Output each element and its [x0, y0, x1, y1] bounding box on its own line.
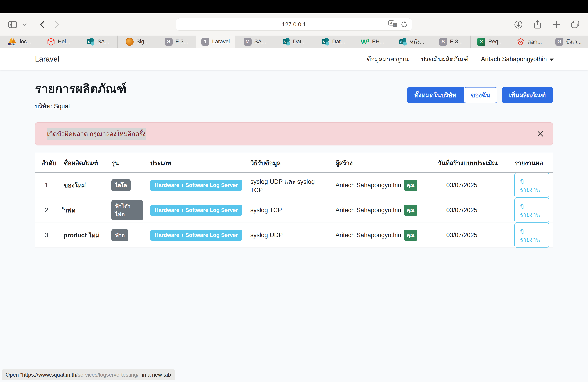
- product-name: ของใหม่: [60, 173, 108, 198]
- close-icon[interactable]: [537, 131, 544, 137]
- header-index: ลำดับ: [35, 153, 60, 173]
- menu-bar: [0, 0, 588, 13]
- model-badge: ไดไ๊ด: [111, 179, 131, 191]
- url-text: 127.0.0.1: [282, 21, 306, 28]
- tab-overview-icon[interactable]: [571, 20, 580, 29]
- forward-icon[interactable]: [54, 20, 60, 29]
- filter-all-button[interactable]: ทั้งหมดในบริษัท: [407, 87, 463, 103]
- header-model: รุ่น: [108, 153, 147, 173]
- sidebar-toggle-icon[interactable]: [8, 20, 17, 29]
- seal-icon: [126, 38, 134, 46]
- share-icon[interactable]: [533, 20, 542, 29]
- type-badge: Hardware + Software Log Server: [150, 230, 242, 241]
- tab-sharepoint-thai[interactable]: S หนัง...: [392, 36, 431, 48]
- tab-f3-2[interactable]: S F-3...: [431, 36, 471, 48]
- error-alert-message: เกิดข้อผิดพลาด กรุณาลองใหม่อีกครั้ง: [47, 128, 146, 140]
- product-table: ลำดับ ชื่อผลิตภัณฑ์ รุ่น ประเภท วิธีรับข…: [35, 153, 553, 248]
- svg-text:S: S: [283, 40, 286, 44]
- header-creator: ผู้สร้าง: [332, 153, 434, 173]
- sharepoint-icon: S: [282, 38, 290, 46]
- product-name: product ใหม่: [60, 223, 108, 248]
- date-cell: 03/07/2025: [434, 173, 511, 198]
- model-badge: ฟำอ: [111, 229, 128, 241]
- header-name: ชื่อผลิตภัณฑ์: [60, 153, 108, 173]
- translate-icon[interactable]: Ax: [388, 20, 398, 29]
- header-date: วันที่สร้างแบบประเมิณ: [434, 153, 511, 173]
- tab-laravel-help[interactable]: Hel...: [39, 36, 78, 48]
- tab-sig[interactable]: Sig...: [118, 36, 157, 48]
- sharepoint-icon: S: [399, 38, 407, 46]
- svg-text:S: S: [323, 40, 325, 44]
- tab-w3schools[interactable]: W3 PH...: [353, 36, 392, 48]
- address-bar[interactable]: 127.0.0.1 Ax: [176, 18, 412, 31]
- status-link-path: /services/logservertesting/: [76, 372, 139, 378]
- browser-toolbar: 127.0.0.1 Ax: [0, 13, 588, 36]
- sidebar-chevron-down-icon[interactable]: [22, 23, 27, 26]
- method-cell: syslog TCP: [247, 198, 332, 223]
- chevron-down-icon: [550, 58, 554, 61]
- company-label: บริษัท: Squat: [35, 101, 126, 111]
- toolbar-separator: [32, 20, 32, 29]
- tab-excel-req[interactable]: X Req...: [471, 36, 510, 48]
- reload-icon[interactable]: [400, 20, 408, 28]
- table-header-row: ลำดับ ชื่อผลิตภัณฑ์ รุ่น ประเภท วิธีรับข…: [35, 153, 553, 173]
- new-tab-icon[interactable]: [552, 20, 560, 29]
- nav-standard-data[interactable]: ข้อมูลมาตรฐาน: [367, 54, 409, 64]
- tab-dat-1[interactable]: S Dat...: [274, 36, 314, 48]
- product-table-card: ลำดับ ชื่อผลิตภัณฑ์ รุ่น ประเภท วิธีรับข…: [35, 153, 553, 248]
- stacked-diamonds-icon: [517, 38, 525, 46]
- letter-badge-icon: M: [244, 38, 252, 46]
- tab-sharepoint-sa[interactable]: S SA...: [78, 36, 118, 48]
- table-row: 2 ําฟด ฟ้าไดำไฟด Hardware + Software Log…: [35, 198, 553, 223]
- tab-dat-2[interactable]: S Dat...: [314, 36, 353, 48]
- add-product-button[interactable]: เพิ่มผลิตภัณฑ์: [502, 87, 553, 103]
- tab-localhost[interactable]: PMA loc...: [0, 36, 39, 48]
- table-row: 1 ของใหม่ ไดไ๊ด Hardware + Software Log …: [35, 173, 553, 198]
- type-badge: Hardware + Software Log Server: [150, 205, 242, 216]
- view-report-button[interactable]: ดูรายงาน: [514, 198, 549, 223]
- header-type: ประเภท: [147, 153, 247, 173]
- svg-text:x: x: [394, 24, 396, 27]
- error-alert: เกิดข้อผิดพลาด กรุณาลองใหม่อีกครั้ง: [35, 122, 553, 145]
- letter-badge-icon: G: [555, 38, 563, 46]
- svg-text:A: A: [390, 21, 392, 25]
- you-badge: คุณ: [404, 205, 417, 216]
- svg-text:S: S: [400, 40, 403, 44]
- status-link-host: https://www.squat.in.th: [22, 372, 76, 378]
- user-name: Aritach Sahapongyothin: [481, 56, 547, 63]
- date-cell: 03/07/2025: [434, 223, 511, 248]
- sharepoint-icon: S: [87, 38, 95, 46]
- tab-sa-m[interactable]: M SA...: [235, 36, 274, 48]
- page-content: รายการผลิตภัณฑ์ บริษัท: Squat ทั้งหมดในบ…: [0, 70, 588, 248]
- user-menu[interactable]: Aritach Sahapongyothin: [481, 56, 554, 63]
- filter-mine-button[interactable]: ของฉัน: [463, 87, 497, 103]
- page-title: รายการผลิตภัณฑ์: [35, 79, 126, 98]
- letter-badge-icon: S: [165, 38, 173, 46]
- excel-icon: X: [477, 38, 485, 46]
- downloads-icon[interactable]: [514, 20, 523, 29]
- tab-bueng[interactable]: G บึงเว...: [549, 36, 588, 48]
- view-report-button[interactable]: ดูรายงาน: [514, 223, 549, 248]
- back-icon[interactable]: [39, 20, 45, 29]
- brand-laravel[interactable]: Laravel: [35, 55, 59, 63]
- letter-badge-icon: S: [439, 38, 447, 46]
- tab-strip: PMA loc... Hel... S SA... Sig... S F-3..…: [0, 36, 588, 48]
- date-cell: 03/07/2025: [434, 198, 511, 223]
- tab-laravel-active[interactable]: 1 Laravel: [196, 36, 235, 48]
- sharepoint-icon: S: [321, 38, 329, 46]
- filter-button-group: ทั้งหมดในบริษัท ของฉัน: [407, 87, 497, 103]
- table-row: 3 product ใหม่ ฟำอ Hardware + Software L…: [35, 223, 553, 248]
- method-cell: syslog UDP: [247, 223, 332, 248]
- nav-evaluate-product[interactable]: ประเมินผลิตภัณฑ์: [421, 54, 468, 64]
- creator-name: Aritach Sahapongyothin: [336, 207, 401, 214]
- status-bar-link-preview: Open “https://www.squat.in.th/services/l…: [1, 369, 175, 381]
- model-badge: ฟ้าไดำไฟด: [111, 200, 143, 220]
- phpmyadmin-icon: PMA: [8, 38, 17, 46]
- tab-f3-1[interactable]: S F-3...: [157, 36, 196, 48]
- you-badge: คุณ: [404, 230, 417, 241]
- app-navbar: Laravel ข้อมูลมาตรฐาน ประเมินผลิตภัณฑ์ A…: [0, 48, 588, 70]
- row-index: 3: [35, 223, 60, 248]
- svg-text:S: S: [88, 40, 90, 44]
- tab-dok[interactable]: ดอก...: [510, 36, 549, 48]
- view-report-button[interactable]: ดูรายงาน: [514, 173, 549, 198]
